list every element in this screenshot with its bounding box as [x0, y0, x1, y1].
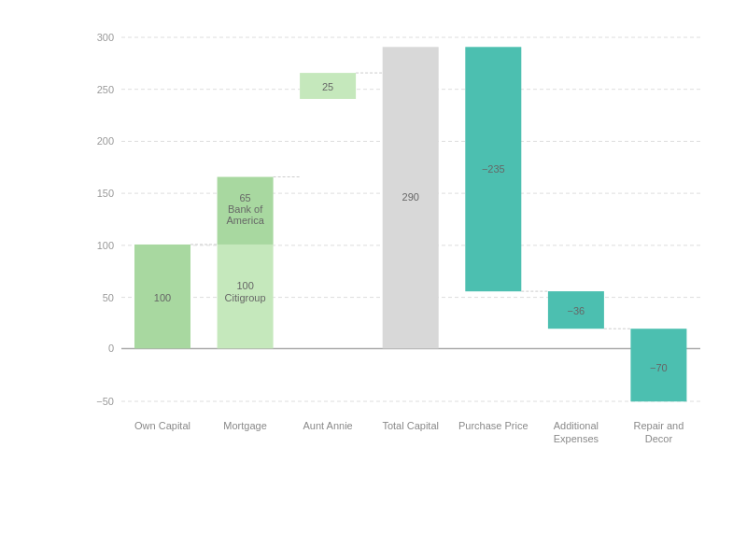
y-label-50: 50	[103, 292, 114, 303]
x-label-repair-decor-2: Decor	[645, 433, 673, 444]
x-label-aunt-annie: Aunt Annie	[303, 420, 352, 431]
bar-label-aunt-annie: 25	[322, 81, 333, 92]
bar-label-citigroup-2: Citigroup	[225, 292, 266, 303]
y-label-200: 200	[97, 135, 114, 147]
bar-label-total-capital: 290	[402, 191, 419, 203]
x-label-additional-expenses-2: Expenses	[554, 433, 599, 444]
x-label-purchase-price: Purchase Price	[458, 420, 529, 431]
chart-container: 300 250 200 150 100 50 0 −50 100 100 Cit…	[0, 0, 747, 560]
bar-label-own-capital: 100	[154, 292, 171, 303]
y-label-250: 250	[97, 84, 114, 95]
x-label-repair-decor-1: Repair and	[633, 420, 684, 431]
y-label-100: 100	[97, 240, 114, 251]
bar-label-repair-decor: −70	[650, 362, 668, 373]
y-label-150: 150	[97, 188, 114, 199]
bar-label-bofa-3: America	[226, 215, 264, 226]
x-label-additional-expenses-1: Additional	[554, 420, 599, 431]
bar-label-citigroup-1: 100	[236, 280, 253, 291]
y-label-neg50: −50	[96, 396, 114, 407]
x-label-total-capital: Total Capital	[382, 420, 439, 431]
bar-label-purchase-price: −235	[482, 163, 505, 175]
bar-label-additional-expenses: −36	[568, 305, 585, 316]
bar-label-bofa-1: 65	[239, 192, 250, 203]
x-label-mortgage: Mortgage	[223, 420, 266, 431]
y-label-0: 0	[108, 343, 114, 354]
bar-label-bofa-2: Bank of	[228, 203, 263, 215]
y-label-300: 300	[97, 32, 114, 43]
x-label-own-capital: Own Capital	[134, 420, 190, 431]
